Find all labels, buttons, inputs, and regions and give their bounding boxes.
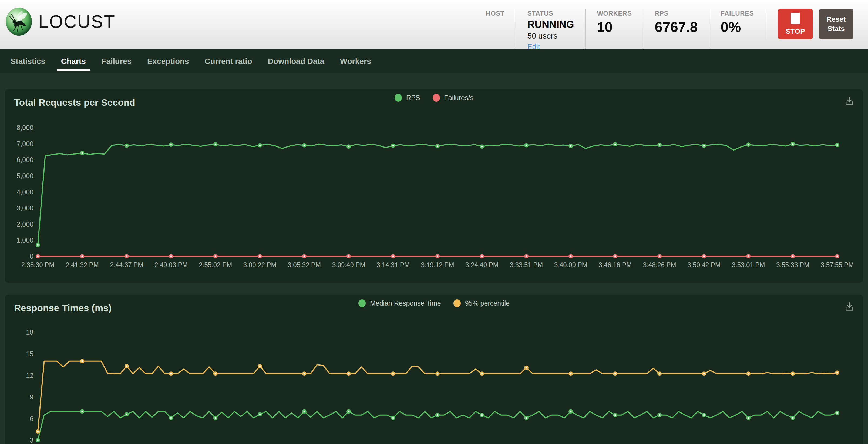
x-axis-tick: 3:24:40 PM (465, 261, 499, 268)
tab-failures[interactable]: Failures (94, 49, 140, 73)
data-point-marker-center (792, 143, 794, 145)
data-point-marker-center (37, 431, 39, 433)
tab-current-ratio[interactable]: Current ratio (197, 49, 260, 73)
data-point-marker-center (348, 373, 349, 374)
data-point-marker-center (259, 145, 260, 146)
y-axis-tick: 3,000 (17, 204, 33, 212)
x-axis-tick: 3:19:12 PM (421, 261, 454, 268)
data-point-marker-center (614, 143, 616, 145)
data-point-marker-center (570, 255, 571, 257)
stop-button[interactable]: STOP (778, 9, 813, 39)
x-axis-tick: 3:53:01 PM (732, 261, 765, 268)
app-title: LOCUST (38, 11, 116, 32)
y-axis-tick: 18 (26, 329, 33, 336)
x-axis-tick: 3:05:32 PM (288, 261, 321, 268)
data-point-marker-center (481, 414, 483, 416)
x-axis-tick: 3:33:51 PM (510, 261, 543, 268)
x-axis-tick: 3:00:22 PM (243, 261, 277, 268)
reset-stats-button[interactable]: Reset Stats (819, 9, 854, 39)
data-point-marker-center (170, 373, 172, 374)
tab-charts[interactable]: Charts (53, 49, 94, 73)
main-nav: StatisticsChartsFailuresExceptionsCurren… (0, 49, 868, 73)
data-point-marker-center (836, 372, 838, 373)
data-point-marker-center (437, 145, 438, 147)
data-point-marker-center (126, 365, 127, 367)
x-axis-tick: 2:44:37 PM (110, 261, 144, 268)
stat-host: HOST (474, 9, 516, 51)
data-point-marker-center (703, 414, 705, 416)
tab-download-data[interactable]: Download Data (260, 49, 332, 73)
stat-value: 6767.8 (655, 20, 698, 34)
y-axis-tick: 3 (30, 437, 33, 444)
data-point-marker-center (659, 373, 660, 374)
data-point-marker-center (526, 367, 527, 369)
x-axis-tick: 3:14:31 PM (376, 261, 410, 268)
data-point-marker-center (170, 417, 172, 419)
locust-logo-icon (6, 7, 32, 36)
x-axis-tick: 2:49:03 PM (154, 261, 188, 268)
rps-chart-svg: 8,0007,0006,0005,0004,0003,0002,0001,000… (5, 89, 863, 283)
response-times-chart-panel: Response Times (ms) Median Response Time… (5, 295, 863, 444)
x-axis-tick: 3:55:33 PM (776, 261, 809, 268)
data-point-marker-center (481, 373, 483, 374)
stat-value: 0% (720, 20, 754, 34)
x-axis-tick: 3:09:49 PM (332, 261, 365, 268)
data-point-marker-center (481, 146, 483, 147)
data-point-marker-center (170, 255, 172, 257)
stat-label: STATUS (527, 10, 574, 17)
x-axis-tick: 3:46:16 PM (598, 261, 632, 268)
y-axis-tick: 2,000 (17, 220, 33, 228)
stop-button-label: STOP (786, 27, 805, 36)
stat-workers: WORKERS10 (585, 9, 643, 51)
data-point-marker-center (304, 373, 305, 374)
data-point-marker-center (170, 144, 172, 145)
tab-statistics[interactable]: Statistics (3, 49, 53, 73)
data-point-marker-center (393, 145, 394, 146)
data-point-marker-center (570, 411, 571, 412)
y-axis-tick: 4,000 (17, 188, 33, 196)
data-point-marker-center (792, 255, 794, 257)
data-point-marker-center (259, 255, 260, 257)
stat-failures: FAILURES0% (709, 9, 765, 51)
data-point-marker-center (393, 255, 394, 257)
stat-value: 10 (597, 20, 632, 34)
data-point-marker-center (215, 373, 216, 374)
y-axis-tick: 6 (30, 415, 33, 422)
data-point-marker-center (614, 414, 616, 416)
y-axis-tick: 15 (26, 350, 33, 358)
data-point-marker-center (659, 255, 660, 257)
data-point-marker-center (215, 143, 216, 145)
stat-label: WORKERS (597, 10, 632, 17)
data-point-marker-center (792, 417, 794, 419)
data-point-marker-center (304, 411, 305, 412)
data-point-marker-center (437, 255, 438, 257)
app-header: LOCUST HOSTSTATUSRUNNING50 usersEditWORK… (0, 0, 868, 49)
data-point-marker-center (748, 373, 749, 374)
data-point-marker-center (748, 417, 749, 419)
response-times-chart-svg: 181512963 (5, 295, 863, 444)
x-axis-tick: 3:40:09 PM (554, 261, 587, 268)
tab-workers[interactable]: Workers (332, 49, 379, 73)
stats-bar: HOSTSTATUSRUNNING50 usersEditWORKERS10RP… (474, 9, 765, 51)
data-point-marker-center (81, 152, 83, 154)
data-point-marker-center (393, 373, 394, 374)
x-axis-tick: 2:38:30 PM (21, 261, 55, 268)
response-times-chart: 181512963 (5, 295, 863, 444)
data-point-marker-center (703, 255, 705, 257)
data-point-marker-center (437, 414, 438, 416)
y-axis-tick: 9 (30, 393, 33, 401)
data-point-marker-center (748, 255, 749, 257)
stat-rps: RPS6767.8 (643, 9, 709, 51)
tab-exceptions[interactable]: Exceptions (140, 49, 197, 73)
rps-chart: 8,0007,0006,0005,0004,0003,0002,0001,000… (5, 89, 863, 283)
data-point-marker-center (570, 373, 571, 374)
data-point-marker-center (526, 145, 527, 146)
header-buttons: STOP Reset Stats (766, 9, 854, 39)
data-point-marker-center (37, 439, 39, 441)
y-axis-tick: 0 (30, 252, 33, 260)
data-point-marker-center (126, 145, 127, 146)
header-stats-area: HOSTSTATUSRUNNING50 usersEditWORKERS10RP… (474, 9, 854, 51)
data-point-marker-center (259, 365, 260, 367)
data-point-marker-center (748, 144, 749, 145)
y-axis-tick: 1,000 (17, 236, 33, 244)
